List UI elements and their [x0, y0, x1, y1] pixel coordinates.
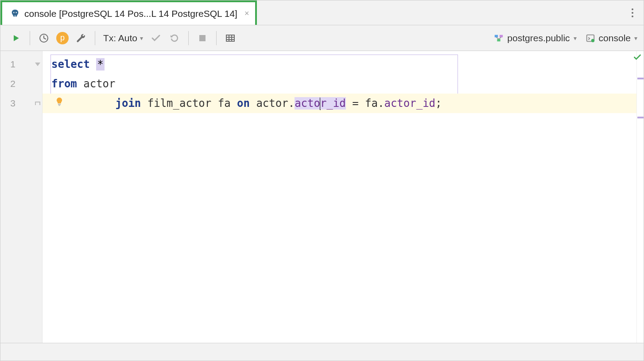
- postgres-icon: [10, 9, 20, 19]
- svg-point-0: [13, 12, 14, 13]
- schema-label: postgres.public: [507, 33, 570, 43]
- chevron-down-icon: ▾: [574, 35, 577, 42]
- chevron-down-icon: ▾: [140, 35, 143, 42]
- code-area[interactable]: select * from actor join film_actor fa o…: [43, 51, 636, 343]
- toolbar: p Tx: Auto ▾ postgres.public ▾ console ▾: [0, 25, 644, 51]
- svg-rect-9: [495, 35, 498, 37]
- svg-rect-17: [58, 105, 60, 106]
- inspection-rail[interactable]: [636, 51, 644, 343]
- rail-marker[interactable]: [637, 117, 644, 118]
- rollback-button[interactable]: [165, 29, 184, 47]
- p-badge-icon: p: [56, 32, 69, 44]
- fold-end-icon[interactable]: [34, 102, 41, 105]
- separator: [30, 31, 30, 45]
- tab-title: console [PostgreSQL 14 Pos...L 14 Postgr…: [24, 8, 237, 19]
- status-bar: [0, 343, 644, 361]
- tab-bar: console [PostgreSQL 14 Pos...L 14 Postgr…: [0, 0, 644, 25]
- svg-point-15: [591, 39, 594, 42]
- separator: [95, 31, 95, 45]
- commit-button[interactable]: [147, 29, 165, 47]
- intention-bulb-icon[interactable]: [54, 94, 65, 113]
- fold-icon[interactable]: [34, 63, 41, 66]
- sql-dialect-button[interactable]: p: [53, 29, 72, 47]
- session-selector[interactable]: console ▾: [586, 33, 637, 43]
- schema-selector[interactable]: postgres.public ▾: [494, 33, 576, 43]
- rail-marker[interactable]: [637, 78, 644, 79]
- history-button[interactable]: [35, 29, 53, 47]
- settings-button[interactable]: [72, 29, 90, 47]
- editor-tab[interactable]: console [PostgreSQL 14 Pos...L 14 Postgr…: [0, 0, 257, 25]
- close-icon[interactable]: ×: [244, 9, 249, 18]
- stop-button[interactable]: [193, 29, 212, 47]
- tab-options-icon[interactable]: [628, 8, 637, 18]
- svg-rect-11: [497, 39, 500, 41]
- line-number: 3: [0, 98, 19, 109]
- svg-line-12: [497, 37, 499, 39]
- chevron-down-icon: ▾: [634, 35, 637, 42]
- inspection-ok-icon: [633, 53, 642, 63]
- schema-icon: [494, 33, 504, 43]
- svg-rect-4: [226, 35, 234, 41]
- separator: [188, 31, 189, 45]
- svg-rect-16: [58, 104, 61, 105]
- svg-rect-10: [500, 35, 503, 37]
- code-line[interactable]: select *: [43, 55, 636, 74]
- line-number: 2: [0, 78, 19, 89]
- session-label: console: [599, 33, 631, 43]
- svg-point-1: [16, 12, 17, 13]
- line-number: 1: [0, 59, 19, 70]
- editor: 1 2 3 select * from actor join film_acto…: [0, 51, 644, 343]
- code-line[interactable]: join film_actor fa on actor.actor_id = f…: [43, 94, 636, 113]
- transaction-mode-selector[interactable]: Tx: Auto ▾: [100, 33, 147, 43]
- svg-rect-3: [199, 35, 206, 41]
- result-view-button[interactable]: [221, 29, 240, 47]
- run-button[interactable]: [7, 29, 25, 47]
- separator: [216, 31, 217, 45]
- console-icon: [586, 33, 595, 43]
- gutter: 1 2 3: [0, 51, 43, 343]
- svg-line-13: [499, 37, 501, 39]
- tx-label-text: Tx: Auto: [103, 33, 137, 43]
- code-line[interactable]: from actor: [43, 74, 636, 94]
